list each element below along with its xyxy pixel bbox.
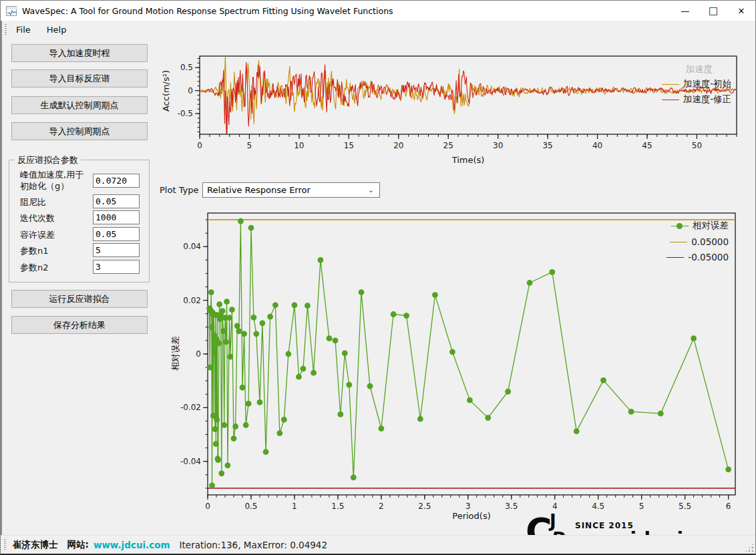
damping-ratio-label: 阻尼比 bbox=[20, 196, 46, 208]
svg-text:5: 5 bbox=[639, 502, 644, 510]
fitting-parameters-group: 反应谱拟合参数 峰值加速度,用于 初始化（g） 阻尼比 迭代次数 容许误差 参数… bbox=[9, 160, 150, 283]
svg-text:5: 5 bbox=[247, 141, 252, 150]
corrected-line-swatch bbox=[662, 100, 679, 100]
import-control-periods-button[interactable]: 导入控制周期点 bbox=[11, 122, 148, 140]
legend-item-corrected: 加速度-修正 bbox=[662, 94, 731, 106]
minimize-button[interactable]: — bbox=[671, 1, 699, 21]
acceleration-legend: 加速度 加速度-初始 加速度-修正 bbox=[662, 63, 731, 109]
relative-error-swatch bbox=[671, 226, 689, 226]
svg-text:2.5: 2.5 bbox=[418, 502, 431, 510]
legend-item-initial: 加速度-初始 bbox=[662, 78, 731, 90]
window-left-edge bbox=[1, 21, 2, 536]
svg-text:50: 50 bbox=[692, 141, 702, 150]
svg-text:1: 1 bbox=[292, 502, 297, 510]
svg-text:25: 25 bbox=[443, 141, 453, 150]
tolerance-label: 容许误差 bbox=[20, 229, 55, 241]
acc-legend-title: 加速度 bbox=[662, 63, 713, 75]
svg-text:4: 4 bbox=[552, 502, 558, 510]
svg-text:40: 40 bbox=[592, 141, 602, 150]
svg-text:0: 0 bbox=[196, 349, 201, 359]
author-label: 崔济东博士 bbox=[13, 539, 58, 551]
error-y-axis-label: 相对误差 bbox=[170, 336, 182, 371]
svg-text:0.04: 0.04 bbox=[183, 242, 201, 251]
close-button[interactable]: ✕ bbox=[727, 1, 755, 21]
svg-text:-0.02: -0.02 bbox=[180, 403, 201, 412]
svg-text:2: 2 bbox=[379, 502, 384, 510]
status-bar: 崔济东博士 网站: www.jdcui.com Iteration:136, M… bbox=[1, 535, 755, 554]
svg-text:-0.04: -0.04 bbox=[180, 457, 201, 466]
run-fitting-button[interactable]: 运行反应谱拟合 bbox=[11, 290, 148, 308]
svg-text:-0.5: -0.5 bbox=[178, 109, 193, 118]
svg-text:3: 3 bbox=[465, 502, 471, 510]
svg-text:10: 10 bbox=[294, 141, 304, 150]
svg-text:0.5: 0.5 bbox=[244, 502, 257, 510]
lower-bound-swatch bbox=[667, 257, 684, 258]
menu-help[interactable]: Help bbox=[40, 22, 73, 37]
param-n1-field[interactable] bbox=[93, 243, 140, 257]
toolbar-gripper bbox=[5, 24, 7, 36]
import-acceleration-button[interactable]: 导入加速度时程 bbox=[11, 44, 148, 62]
svg-text:0.5: 0.5 bbox=[180, 63, 193, 72]
plot-type-selected-value: Relative Response Error bbox=[207, 185, 311, 195]
title-bar: WaveSpec: A Tool for Ground Motion Respo… bbox=[1, 1, 755, 21]
param-n1-label: 参数n1 bbox=[20, 245, 49, 257]
error-legend: 相对误差 0.05000 -0.05000 bbox=[667, 220, 729, 267]
window-controls: — □ ✕ bbox=[671, 1, 755, 21]
svg-text:4.5: 4.5 bbox=[592, 502, 604, 510]
svg-text:3.5: 3.5 bbox=[505, 502, 518, 510]
menu-file[interactable]: File bbox=[9, 22, 37, 37]
error-x-axis-label: Period(s) bbox=[452, 511, 490, 521]
fitting-parameters-title: 反应谱拟合参数 bbox=[15, 154, 81, 166]
chevron-down-icon: ⌄ bbox=[368, 186, 374, 194]
peak-acceleration-field[interactable] bbox=[93, 174, 140, 188]
legend-item-lower-bound: -0.05000 bbox=[667, 252, 729, 262]
svg-text:15: 15 bbox=[344, 141, 354, 150]
site-link[interactable]: www.jdcui.com bbox=[93, 540, 170, 550]
legend-item-relative-error: 相对误差 bbox=[667, 220, 729, 232]
legend-item-upper-bound: 0.05000 bbox=[667, 236, 729, 247]
save-results-button[interactable]: 保存分析结果 bbox=[11, 316, 148, 334]
statusbar-gripper bbox=[4, 539, 6, 551]
generate-default-control-periods-button[interactable]: 生成默认控制周期点 bbox=[11, 96, 148, 114]
svg-text:30: 30 bbox=[493, 141, 503, 150]
plot-type-label: Plot Type bbox=[160, 185, 199, 195]
peak-acceleration-label-line1: 峰值加速度,用于 bbox=[20, 169, 83, 181]
site-label: 网站: bbox=[67, 539, 89, 551]
plot-type-select[interactable]: Relative Response Error ⌄ bbox=[202, 182, 380, 198]
svg-text:20: 20 bbox=[393, 141, 403, 150]
maximize-button[interactable]: □ bbox=[699, 1, 727, 21]
iteration-count-label: 迭代次数 bbox=[20, 212, 55, 224]
svg-text:1.5: 1.5 bbox=[331, 502, 344, 510]
param-n2-field[interactable] bbox=[93, 260, 140, 274]
damping-ratio-field[interactable] bbox=[93, 194, 140, 208]
svg-text:45: 45 bbox=[642, 141, 652, 150]
peak-acceleration-label-line2: 初始化（g） bbox=[20, 180, 69, 192]
app-window: WaveSpec: A Tool for Ground Motion Respo… bbox=[0, 0, 756, 555]
app-icon bbox=[6, 6, 17, 16]
svg-text:0: 0 bbox=[197, 141, 202, 150]
svg-text:0: 0 bbox=[205, 502, 210, 510]
upper-bound-swatch bbox=[670, 242, 687, 242]
svg-text:35: 35 bbox=[542, 141, 552, 150]
initial-line-swatch bbox=[662, 84, 679, 85]
param-n2-label: 参数n2 bbox=[20, 262, 49, 274]
menu-bar: File Help bbox=[1, 21, 755, 39]
iteration-count-field[interactable] bbox=[93, 210, 140, 224]
acc-x-axis-label: Time(s) bbox=[452, 155, 485, 165]
svg-text:0: 0 bbox=[188, 86, 193, 96]
iteration-status: Iteration:136, MaxError: 0.04942 bbox=[180, 540, 327, 550]
svg-text:6: 6 bbox=[726, 502, 731, 510]
svg-text:0.02: 0.02 bbox=[183, 296, 201, 305]
tolerance-field[interactable] bbox=[93, 227, 140, 241]
svg-text:5.5: 5.5 bbox=[679, 502, 691, 510]
acc-y-axis-label: Acc(m/s²) bbox=[161, 70, 171, 112]
window-title: WaveSpec: A Tool for Ground Motion Respo… bbox=[22, 6, 393, 16]
import-target-spectrum-button[interactable]: 导入目标反应谱 bbox=[11, 69, 148, 87]
